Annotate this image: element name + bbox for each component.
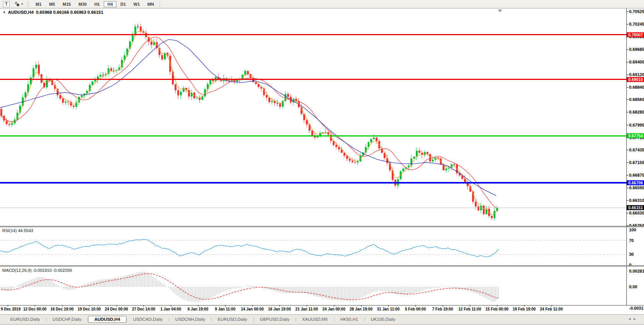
- toolbar: T ▾ M1M5M15M30H1H4D1W1MN: [0, 0, 644, 8]
- chart-tab-hk50-h1[interactable]: HK50,H1: [335, 316, 364, 322]
- price-axis-label: 0.67995: [629, 123, 644, 127]
- time-axis-label: 16 Jan 19:00: [268, 307, 291, 311]
- rsi-axis-label: 30: [629, 252, 634, 257]
- price-axis-label: 0.68280: [629, 110, 644, 114]
- collapse-icon[interactable]: ▼: [3, 11, 6, 14]
- tab-scroll-left-icon[interactable]: ◂: [629, 317, 634, 321]
- price-axis-tick: [626, 162, 628, 163]
- timeframe-button-d1[interactable]: D1: [117, 1, 129, 7]
- toolbar-grip[interactable]: [28, 2, 29, 7]
- time-axis-label: 15 Feb 00:00: [485, 307, 508, 311]
- text-tool-icon: T: [3, 1, 10, 7]
- timeframe-button-h1[interactable]: H1: [91, 1, 103, 7]
- macd-chart-canvas[interactable]: [0, 267, 626, 305]
- chart-shift-marker-icon[interactable]: [498, 10, 502, 12]
- rsi-chart-canvas[interactable]: [0, 227, 626, 266]
- price-axis-label: 0.66875: [629, 173, 644, 177]
- price-axis-label: 0.68560: [629, 97, 644, 102]
- time-axis-label: 19 Feb 19:00: [513, 307, 536, 311]
- time-axis-tick: [35, 306, 35, 307]
- chart-tab-bar: EURUSD,Daily|USDCHF,Daily|AUDUSD,H4|USDC…: [0, 314, 644, 324]
- support-resistance-line[interactable]: [0, 79, 626, 80]
- current-price-line[interactable]: [0, 208, 626, 208]
- time-axis-label: 5 Feb 00:00: [405, 307, 426, 311]
- timeframe-button-m30[interactable]: M30: [75, 1, 90, 7]
- price-axis-label: 0.68840: [629, 85, 644, 89]
- timeframe-button-m15[interactable]: M15: [59, 1, 74, 7]
- timeframe-button-m5[interactable]: M5: [46, 1, 58, 7]
- timeframe-button-h4[interactable]: H4: [104, 1, 116, 7]
- time-axis-label: 9 Jan 11:00: [215, 307, 235, 311]
- text-label-tool-button[interactable]: T: [2, 1, 11, 7]
- price-axis-tick: [626, 99, 628, 100]
- time-axis-tick: [252, 306, 253, 307]
- time-axis-label: 7 Feb 19:00: [432, 307, 453, 311]
- time-axis-tick: [280, 306, 280, 307]
- price-axis-tick: [626, 125, 628, 125]
- price-level-badge: 0.70007: [627, 32, 644, 37]
- chart-tab-xauusd-m5[interactable]: XAUUSD,M5: [296, 316, 333, 322]
- time-axis-tick: [551, 306, 552, 307]
- chevron-down-icon: ▾: [21, 2, 23, 6]
- price-axis-label: 0.67155: [629, 160, 644, 165]
- price-level-badge: 0.66706: [627, 180, 644, 185]
- price-axis-tick: [626, 24, 628, 24]
- chart-tab-usdcnh-daily[interactable]: USDCNH,Daily: [170, 316, 211, 322]
- price-axis-tick: [626, 62, 628, 62]
- chart-tab-usdchf-daily[interactable]: USDCHF,Daily: [47, 316, 87, 322]
- time-axis-label: 19 Dec 10:00: [78, 307, 101, 311]
- chart-tab-usdcad-daily[interactable]: USDCAD,Daily: [127, 316, 168, 322]
- macd-panel-splitter[interactable]: [0, 265, 644, 266]
- time-axis-label: 16 Dec 19:00: [51, 307, 74, 311]
- tab-scroll-right-icon[interactable]: ▸: [634, 317, 639, 321]
- chart-tab-eurusd-daily[interactable]: EURUSD,Daily: [212, 316, 253, 322]
- price-axis-label: 0.70245: [629, 22, 644, 26]
- chart-tab-eurusd-daily[interactable]: EURUSD,Daily: [5, 316, 46, 322]
- price-axis-tick: [626, 87, 628, 88]
- chart-tab-uk100-daily[interactable]: UK100,Daily: [365, 316, 401, 322]
- price-chart-canvas[interactable]: [0, 9, 626, 226]
- support-resistance-line[interactable]: [0, 135, 626, 136]
- timeframe-button-mn[interactable]: MN: [144, 1, 157, 7]
- time-axis-label: 31 Jan 11:00: [377, 307, 400, 311]
- time-axis-tick: [524, 306, 525, 307]
- rsi-axis-label: 70: [629, 238, 634, 243]
- chart-ohlc-values: 0.65968 0.66166 0.65963 0.66151: [36, 10, 103, 15]
- price-axis-border: [626, 8, 627, 306]
- chart-tab-audusd-h4[interactable]: AUDUSD,H4: [88, 316, 126, 323]
- toolbar-separator: [160, 1, 160, 7]
- price-axis-label: 0.67435: [629, 148, 644, 152]
- time-axis-tick: [62, 306, 62, 307]
- price-axis-label: 0.70525: [629, 9, 644, 14]
- rsi-panel-splitter[interactable]: [0, 226, 644, 227]
- time-axis-tick: [470, 306, 470, 307]
- price-axis-tick: [626, 112, 628, 112]
- price-axis-tick: [626, 11, 628, 12]
- time-axis-label: 12 Feb 11:00: [458, 307, 481, 311]
- support-resistance-line[interactable]: [0, 182, 626, 184]
- time-axis-tick: [198, 306, 198, 307]
- rsi-axis-label: 0: [629, 263, 631, 267]
- price-axis-tick: [626, 213, 628, 213]
- macd-indicator-label: MACD(12,26,9) -0.001910 -0.002269: [2, 268, 72, 273]
- price-axis-tick: [626, 200, 628, 201]
- time-axis-tick: [8, 306, 8, 307]
- time-axis-label: 21 Jan 11:00: [296, 307, 318, 311]
- chart-symbol-period: AUDUSD,H4: [8, 10, 34, 15]
- chart-bottom-border: [0, 305, 644, 306]
- timeframe-button-w1[interactable]: W1: [130, 1, 144, 7]
- time-axis-tick: [116, 306, 117, 307]
- support-resistance-line[interactable]: [0, 34, 626, 35]
- price-axis-tick: [626, 150, 628, 150]
- price-axis-tick: [626, 49, 628, 50]
- rsi-axis-label: 100: [629, 227, 636, 232]
- arrange-objects-button[interactable]: ▾: [13, 1, 25, 7]
- macd-axis-label: -0.003179: [629, 306, 644, 310]
- timeframe-button-m1[interactable]: M1: [32, 1, 45, 7]
- chart-tab-gbpusd-daily[interactable]: GBPUSD,Daily: [254, 316, 295, 322]
- price-axis-label: 0.66030: [629, 211, 644, 215]
- time-axis-label: 27 Dec 14:00: [132, 307, 155, 311]
- time-axis-tick: [171, 306, 171, 307]
- time-axis-tick: [89, 306, 90, 307]
- chart-title: ▼ AUDUSD,H4 0.65968 0.66166 0.65963 0.66…: [3, 10, 103, 15]
